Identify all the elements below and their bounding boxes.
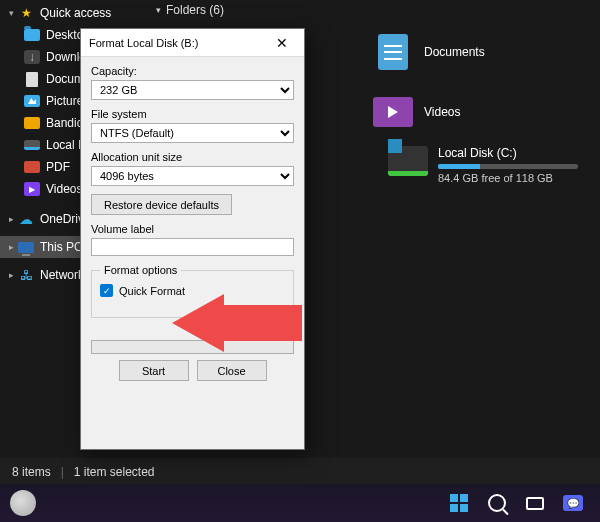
filesystem-select[interactable]: NTFS (Default) bbox=[91, 123, 294, 143]
sidebar-item-label: Local I bbox=[46, 138, 81, 152]
drive-free-space: 84.4 GB free of 118 GB bbox=[438, 172, 578, 184]
folder-icon bbox=[24, 117, 40, 129]
pc-icon bbox=[18, 242, 34, 253]
close-dialog-button[interactable]: Close bbox=[197, 360, 267, 381]
sidebar-item-label: Docum bbox=[46, 72, 84, 86]
folder-icon bbox=[24, 29, 40, 41]
chevron-right-icon: ▸ bbox=[6, 214, 16, 224]
capacity-select[interactable]: 232 GB bbox=[91, 80, 294, 100]
chevron-right-icon: ▸ bbox=[6, 270, 16, 280]
chevron-right-icon: ▸ bbox=[6, 242, 16, 252]
chat-button[interactable]: 💬 bbox=[556, 488, 590, 518]
allocation-select[interactable]: 4096 bytes bbox=[91, 166, 294, 186]
close-icon: ✕ bbox=[276, 35, 288, 51]
start-button[interactable]: Start bbox=[119, 360, 189, 381]
taskbar: 💬 bbox=[0, 484, 600, 522]
search-button[interactable] bbox=[480, 488, 514, 518]
volume-label-label: Volume label bbox=[91, 223, 294, 235]
volume-label-input[interactable] bbox=[91, 238, 294, 256]
star-icon: ★ bbox=[18, 5, 34, 21]
capacity-label: Capacity: bbox=[91, 65, 294, 77]
drive-icon bbox=[24, 140, 40, 150]
status-selection: 1 item selected bbox=[74, 465, 155, 479]
drive-name: Local Disk (C:) bbox=[438, 146, 578, 160]
close-button[interactable]: ✕ bbox=[268, 29, 296, 57]
folder-name: Documents bbox=[424, 45, 485, 59]
sidebar-item-label: PDF bbox=[46, 160, 70, 174]
sidebar-item-label: Videos bbox=[46, 182, 82, 196]
dialog-title-text: Format Local Disk (B:) bbox=[89, 37, 268, 49]
windows-icon bbox=[450, 494, 468, 512]
format-progress-bar bbox=[91, 340, 294, 354]
sidebar-item-label: Network bbox=[40, 268, 84, 282]
separator: | bbox=[61, 465, 64, 479]
folder-tile-videos[interactable]: Videos bbox=[372, 88, 572, 136]
document-icon bbox=[26, 72, 38, 87]
start-button[interactable] bbox=[442, 488, 476, 518]
pdf-icon bbox=[24, 161, 40, 173]
quick-format-label: Quick Format bbox=[119, 285, 185, 297]
quick-access-node[interactable]: ▾ ★ Quick access bbox=[0, 2, 150, 24]
chevron-down-icon: ▾ bbox=[156, 5, 166, 15]
drive-tile-c[interactable]: Local Disk (C:) 84.4 GB free of 118 GB bbox=[388, 146, 578, 184]
folder-tile-documents[interactable]: Documents bbox=[372, 28, 572, 76]
folders-header-label: Folders (6) bbox=[166, 3, 224, 17]
dialog-titlebar[interactable]: Format Local Disk (B:) ✕ bbox=[81, 29, 304, 57]
quick-access-label: Quick access bbox=[40, 6, 111, 20]
weather-widget[interactable] bbox=[10, 490, 36, 516]
cloud-icon: ☁ bbox=[18, 211, 34, 227]
document-icon bbox=[378, 34, 408, 70]
download-icon: ↓ bbox=[24, 50, 40, 64]
quick-format-checkbox[interactable]: ✓ bbox=[100, 284, 113, 297]
task-view-icon bbox=[526, 497, 544, 510]
video-icon: ▶ bbox=[24, 182, 40, 196]
chevron-down-icon: ▾ bbox=[6, 8, 16, 18]
picture-icon bbox=[24, 95, 40, 107]
chat-icon: 💬 bbox=[563, 495, 583, 511]
filesystem-label: File system bbox=[91, 108, 294, 120]
sidebar-item-label: This PC bbox=[40, 240, 83, 254]
format-options-legend: Format options bbox=[100, 264, 181, 276]
capacity-bar bbox=[438, 164, 578, 169]
restore-defaults-button[interactable]: Restore device defaults bbox=[91, 194, 232, 215]
drive-icon bbox=[388, 146, 428, 176]
sidebar-item-label: Bandic bbox=[46, 116, 83, 130]
folders-section-header[interactable]: ▾ Folders (6) bbox=[150, 0, 600, 20]
format-dialog: Format Local Disk (B:) ✕ Capacity: 232 G… bbox=[80, 28, 305, 450]
format-options-fieldset: Format options ✓ Quick Format bbox=[91, 264, 294, 318]
status-item-count: 8 items bbox=[12, 465, 51, 479]
video-icon bbox=[373, 97, 413, 127]
sidebar-item-label: Picture bbox=[46, 94, 83, 108]
quick-format-row[interactable]: ✓ Quick Format bbox=[100, 284, 285, 297]
allocation-label: Allocation unit size bbox=[91, 151, 294, 163]
task-view-button[interactable] bbox=[518, 488, 552, 518]
sidebar-item-label: OneDriv bbox=[40, 212, 84, 226]
status-bar: 8 items | 1 item selected bbox=[0, 458, 600, 486]
network-icon: 🖧 bbox=[18, 267, 34, 283]
search-icon bbox=[488, 494, 506, 512]
folder-name: Videos bbox=[424, 105, 460, 119]
